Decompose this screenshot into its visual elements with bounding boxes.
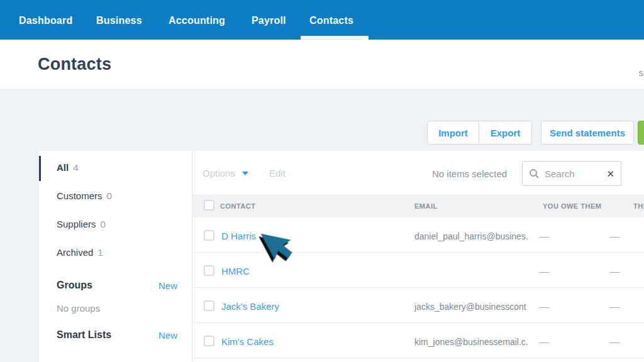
nav-item-accounting[interactable]: Accounting — [169, 15, 225, 26]
filter-count: 4 — [73, 162, 78, 173]
table-row[interactable] — [192, 253, 644, 288]
no-groups-text: No groups — [57, 303, 100, 314]
edit-button[interactable]: Edit — [269, 168, 286, 178]
chevron-down-icon[interactable] — [242, 172, 248, 175]
page-header: Contacts s — [0, 40, 644, 90]
row-checkbox[interactable] — [204, 336, 214, 346]
filter-label: Suppliers — [57, 219, 96, 229]
you-owe-value: — — [540, 231, 549, 241]
import-button[interactable]: Import — [427, 121, 479, 145]
contact-email: kim_jones@businessemail.c. — [414, 337, 528, 347]
column-header-you-owe[interactable]: YOU OWE THEM — [543, 202, 601, 210]
column-header-contact[interactable]: CONTACT — [220, 202, 255, 210]
smart-lists-new-link[interactable]: New — [158, 330, 177, 341]
active-filter-indicator — [39, 156, 41, 181]
sidebar-item-archived[interactable]: Archived1 — [57, 247, 103, 258]
import-export-button-group: Import Export — [427, 121, 532, 145]
select-all-checkbox[interactable] — [204, 200, 214, 211]
contact-name-link[interactable]: Jack's Bakery — [221, 301, 279, 312]
groups-heading: Groups — [57, 280, 92, 291]
filter-count: 0 — [107, 190, 112, 201]
you-owe-value: — — [540, 266, 549, 277]
groups-new-link[interactable]: New — [158, 280, 177, 291]
filter-count: 0 — [101, 219, 106, 229]
filter-label: All — [57, 162, 69, 173]
row-checkbox[interactable] — [204, 300, 214, 311]
send-statements-button[interactable]: Send statements — [541, 121, 634, 145]
top-nav: Dashboard Business Accounting Payroll Co… — [0, 0, 644, 40]
contact-email: jacks_bakery@businesscont — [414, 302, 526, 312]
they-owe-value: — — [610, 266, 619, 277]
search-input[interactable] — [545, 168, 599, 179]
column-header-email[interactable]: EMAIL — [414, 202, 438, 210]
they-owe-value: — — [610, 336, 619, 347]
sidebar-item-all[interactable]: All4 — [57, 162, 79, 173]
add-contact-button-partial[interactable] — [638, 121, 644, 145]
contact-name-link[interactable]: HMRC — [221, 266, 250, 277]
they-owe-value: — — [610, 231, 619, 241]
truncated-header-text: s — [639, 67, 644, 78]
sidebar-item-customers[interactable]: Customers0 — [57, 190, 112, 201]
page-title: Contacts — [38, 55, 111, 74]
search-icon — [529, 168, 540, 179]
selection-status: No items selected — [432, 168, 507, 179]
you-owe-value: — — [540, 301, 549, 312]
filter-count: 1 — [97, 247, 103, 258]
column-header-they-owe[interactable]: THE — [633, 202, 644, 210]
options-dropdown[interactable]: Options — [203, 168, 235, 178]
search-box[interactable]: ✕ — [522, 161, 621, 186]
contact-name-link[interactable]: D Harris — [221, 231, 256, 241]
contacts-page: Dashboard Business Accounting Payroll Co… — [0, 0, 644, 362]
row-checkbox[interactable] — [204, 265, 214, 276]
filter-label: Customers — [57, 190, 103, 201]
nav-item-business[interactable]: Business — [96, 15, 142, 26]
row-checkbox[interactable] — [204, 230, 214, 241]
contact-email: daniel_paul_harris@busines. — [414, 231, 528, 241]
export-button[interactable]: Export — [479, 121, 532, 145]
smart-lists-heading: Smart Lists — [57, 329, 111, 341]
they-owe-value: — — [610, 301, 619, 312]
filter-label: Archived — [57, 247, 93, 258]
nav-item-contacts[interactable]: Contacts — [309, 15, 353, 26]
sidebar-item-suppliers[interactable]: Suppliers0 — [57, 219, 106, 229]
clear-search-icon[interactable]: ✕ — [606, 169, 614, 178]
you-owe-value: — — [540, 336, 549, 347]
nav-item-payroll[interactable]: Payroll — [252, 15, 286, 26]
contact-name-link[interactable]: Kim's Cakes — [221, 336, 274, 347]
nav-item-dashboard[interactable]: Dashboard — [19, 15, 72, 26]
